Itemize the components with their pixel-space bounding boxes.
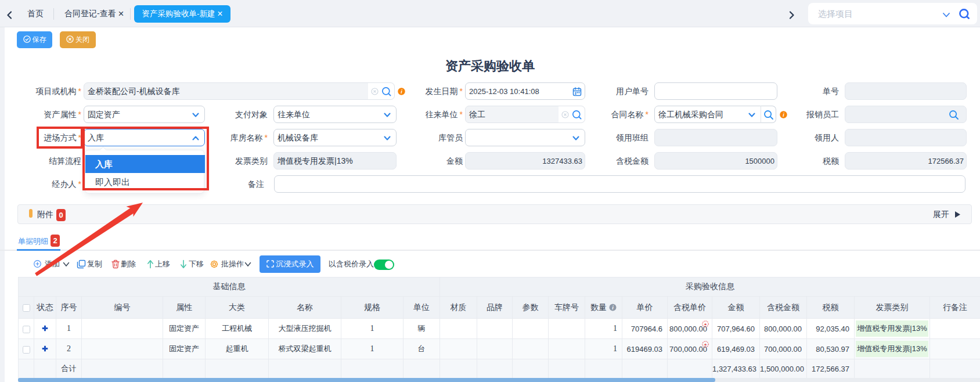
svg-text:★: ★ [704, 343, 707, 347]
svg-text:★: ★ [704, 322, 707, 326]
svg-text:i: i [401, 89, 402, 95]
svg-text:i: i [783, 112, 784, 118]
